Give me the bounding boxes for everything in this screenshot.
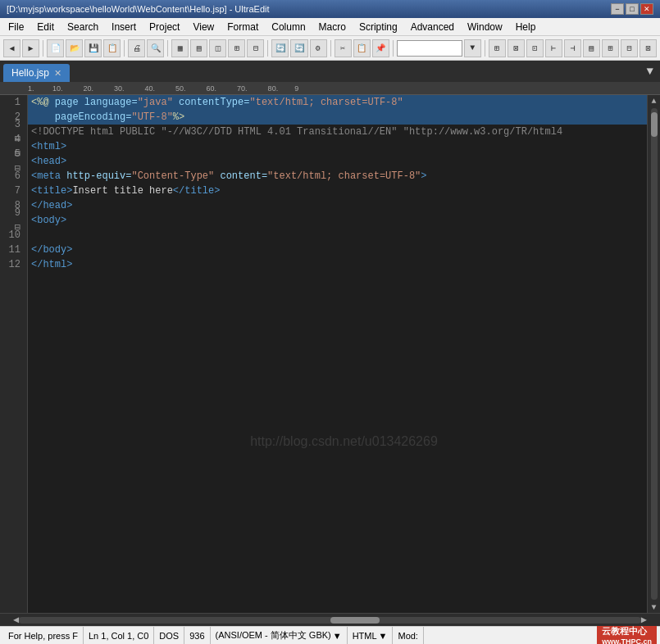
status-bar: For Help, press F Ln 1, Col 1, C0 DOS 93…	[0, 626, 660, 644]
val-pe: "UTF-8"	[131, 110, 172, 125]
scroll-left-arrow[interactable]: ◀	[13, 614, 19, 626]
menu-insert[interactable]: Insert	[105, 20, 143, 34]
ruler-content: 1. 10. 20. 30. 40. 50. 60. 70. 80. 9	[28, 84, 660, 93]
forward-button[interactable]: ▶	[22, 39, 39, 57]
tb-btn-11[interactable]: ⊡	[526, 39, 544, 57]
tag-head-open: <head>	[31, 154, 66, 169]
status-encoding-text: (ANSI/OEM - 简体中文 GBK)	[216, 629, 331, 642]
code-line-1[interactable]: <%@ page language="java" contentType="te…	[28, 95, 660, 110]
code-line-4[interactable]: <html>	[28, 139, 660, 154]
toolbar-separator-3	[167, 40, 168, 57]
tab-close-icon[interactable]: ✕	[54, 68, 61, 79]
scroll-right-arrow[interactable]: ▶	[641, 614, 647, 626]
menu-project[interactable]: Project	[143, 20, 186, 34]
tb-btn-1[interactable]: ▦	[171, 39, 189, 57]
save-all-button[interactable]: 📋	[103, 39, 121, 57]
toolbar: ◀ ▶ 📄 📂 💾 📋 🖨 🔍 ▦ ▤ ◫ ⊞ ⊟ 🔄 🔄 ⚙ ✂ 📋 📌 ▼ …	[0, 36, 660, 61]
tb-btn-3[interactable]: ◫	[209, 39, 226, 57]
status-help: For Help, press F	[3, 627, 84, 644]
vertical-scrollbar[interactable]: ▲ ▼	[647, 95, 660, 613]
tb-btn-13[interactable]: ⊣	[564, 39, 581, 57]
tb-btn-5[interactable]: ⊟	[247, 39, 264, 57]
tag-html: <html>	[31, 139, 66, 154]
paste-button[interactable]: 📌	[372, 39, 389, 57]
h-scrollbar-track[interactable]	[19, 617, 641, 624]
attr-http-equiv: http-equiv=	[66, 169, 131, 184]
save-button[interactable]: 💾	[84, 39, 102, 57]
menu-column[interactable]: Column	[265, 20, 312, 34]
title-bar: [D:\myjsp\workspace\helloWorld\WebConten…	[0, 0, 660, 18]
horizontal-scrollbar[interactable]: ◀ ▶	[0, 613, 660, 626]
menu-search[interactable]: Search	[61, 20, 105, 34]
tag-meta-open: <	[31, 169, 37, 184]
menu-edit[interactable]: Edit	[30, 20, 61, 34]
tab-hello-jsp[interactable]: Hello.jsp ✕	[3, 64, 70, 82]
val-ct: "text/html; charset=UTF-8"	[249, 95, 403, 110]
main-area: 1 2 3 ⊟ 4 ⊟ 5 ⊟ 6 7 8 9 ⊟ 10 11 12 <%@ p…	[0, 95, 660, 626]
tb-btn-12[interactable]: ⊢	[545, 39, 562, 57]
tb-btn-17[interactable]: ⊠	[640, 39, 657, 57]
code-line-3[interactable]: <!DOCTYPE html PUBLIC "-//W3C//DTD HTML …	[28, 125, 660, 139]
menu-window[interactable]: Window	[461, 20, 509, 34]
tb-btn-2[interactable]: ▤	[190, 39, 207, 57]
toolbar-separator-2	[124, 40, 125, 57]
maximize-button[interactable]: □	[626, 3, 639, 15]
code-line-5[interactable]: <head>	[28, 154, 660, 169]
scrollbar-track[interactable]	[651, 108, 658, 600]
scroll-up-arrow[interactable]: ▲	[649, 95, 660, 107]
h-scrollbar-thumb[interactable]	[330, 617, 380, 624]
tb-btn-14[interactable]: ▤	[583, 39, 600, 57]
tb-btn-9[interactable]: ⊞	[489, 39, 506, 57]
code-area[interactable]: <%@ page language="java" contentType="te…	[28, 95, 660, 613]
tb-btn-6[interactable]: 🔄	[271, 39, 289, 57]
tb-btn-8[interactable]: ⚙	[310, 39, 327, 57]
tb-btn-4[interactable]: ⊞	[228, 39, 245, 57]
dropdown-arrow[interactable]: ▼	[464, 39, 481, 57]
tab-scroll-right[interactable]: ▼	[644, 65, 657, 78]
menu-macro[interactable]: Macro	[312, 20, 353, 34]
indent-2	[31, 110, 55, 125]
close-button[interactable]: ✕	[640, 3, 653, 15]
minimize-button[interactable]: −	[611, 3, 624, 15]
jsp-close-2: %>	[173, 110, 184, 125]
menu-view[interactable]: View	[186, 20, 221, 34]
tb-btn-10[interactable]: ⊠	[508, 39, 525, 57]
tag-meta-name: meta	[37, 169, 66, 184]
code-line-9[interactable]: <body>	[28, 213, 660, 228]
back-button[interactable]: ◀	[3, 39, 20, 57]
menu-help[interactable]: Help	[509, 20, 543, 34]
tb-btn-16[interactable]: ⊟	[621, 39, 638, 57]
encoding-dropdown-icon[interactable]: ▼	[333, 631, 342, 641]
brand-name: 云教程中心	[602, 625, 652, 637]
search-toolbar-input[interactable]	[397, 40, 462, 57]
tb-btn-15[interactable]: ⊞	[602, 39, 619, 57]
code-line-2[interactable]: pageEncoding="UTF-8"%>	[28, 110, 660, 125]
ruler-mark-0: 1. 10. 20. 30. 40. 50. 60. 70. 80. 9	[28, 84, 298, 93]
scroll-down-arrow[interactable]: ▼	[649, 601, 660, 613]
code-line-6[interactable]: <meta http-equiv="Content-Type" content=…	[28, 169, 660, 184]
menu-format[interactable]: Format	[221, 20, 265, 34]
open-button[interactable]: 📂	[66, 39, 83, 57]
tb-btn-7[interactable]: 🔄	[290, 39, 307, 57]
print-preview-button[interactable]: 🔍	[147, 39, 164, 57]
menu-scripting[interactable]: Scripting	[353, 20, 404, 34]
tab-label: Hello.jsp	[11, 67, 49, 79]
print-button[interactable]: 🖨	[128, 39, 145, 57]
line-num-9: 9 ⊟	[3, 213, 24, 228]
menu-file[interactable]: File	[2, 20, 30, 34]
status-line-ending-text: DOS	[159, 631, 179, 641]
scrollbar-thumb[interactable]	[651, 112, 658, 137]
menu-advanced[interactable]: Advanced	[404, 20, 461, 34]
copy-button[interactable]: 📋	[353, 39, 371, 57]
filetype-dropdown-icon[interactable]: ▼	[379, 631, 388, 641]
code-line-10[interactable]	[28, 228, 660, 243]
code-line-12[interactable]: </html>	[28, 257, 660, 272]
doctype-3: <!DOCTYPE html PUBLIC "-//W3C//DTD HTML …	[31, 125, 562, 139]
cut-button[interactable]: ✂	[335, 39, 352, 57]
title-text-content: Insert title here	[72, 184, 172, 198]
status-file-size: 936	[184, 627, 210, 644]
new-button[interactable]: 📄	[47, 39, 64, 57]
code-line-11[interactable]: </body>	[28, 243, 660, 257]
code-line-8[interactable]: </head>	[28, 198, 660, 213]
code-line-7[interactable]: <title>Insert title here</title>	[28, 184, 660, 198]
